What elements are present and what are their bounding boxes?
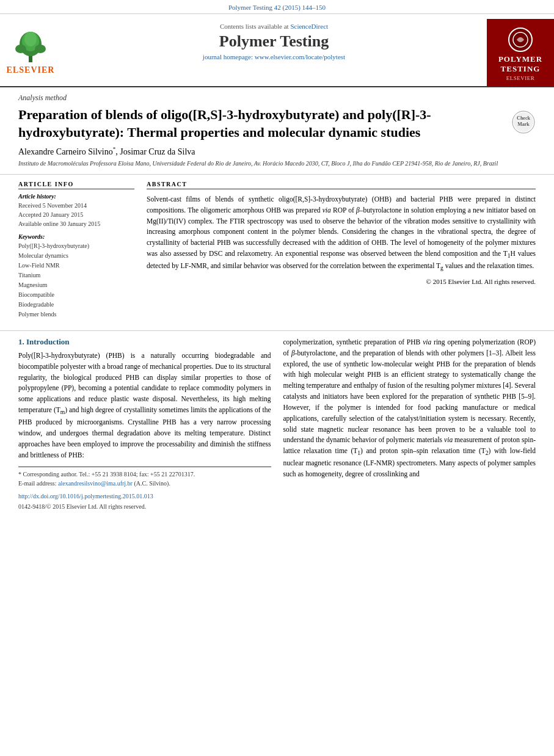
accepted-date: Accepted 20 January 2015 <box>18 210 134 219</box>
keyword-item: Molecular dynamics <box>18 251 134 261</box>
svg-text:Check: Check <box>517 115 530 121</box>
keywords-title: Keywords: <box>18 233 134 240</box>
keyword-item: Polymer blends <box>18 310 134 319</box>
doi-line: http://dx.doi.org/10.1016/j.polymertesti… <box>18 492 271 501</box>
issn-line: 0142-9418/© 2015 Elsevier Ltd. All right… <box>18 502 271 511</box>
svg-point-5 <box>35 45 46 53</box>
badge-inner-icon <box>512 31 529 48</box>
abstract-copyright: © 2015 Elsevier Ltd. All rights reserved… <box>147 278 536 285</box>
article-header-section: Analysis method Preparation of blends of… <box>0 87 554 175</box>
homepage-link[interactable]: www.elsevier.com/locate/polytest <box>255 53 345 60</box>
intro-paragraph-1: Poly([R]-3-hydroxybutyrate) (PHB) is a n… <box>18 351 271 460</box>
header-section: ELSEVIER Contents lists available at Sci… <box>0 14 554 87</box>
introduction-heading: 1. Introduction <box>18 337 271 347</box>
elsevier-wordmark: ELSEVIER <box>7 65 55 75</box>
section-number: 1. Introduction <box>18 337 70 346</box>
abstract-label: ABSTRACT <box>147 181 536 189</box>
email-link[interactable]: alexandresilsvino@ima.ufrj.br <box>58 480 133 487</box>
available-date: Available online 30 January 2015 <box>18 219 134 228</box>
email-label: E-mail address: <box>18 480 58 487</box>
article-title-area: Preparation of blends of oligo([R,S]-3-h… <box>18 106 536 141</box>
keywords-list: Poly([R]-3-hydroxybutyrate) Molecular dy… <box>18 241 134 319</box>
email-line: E-mail address: alexandresilsvino@ima.uf… <box>18 479 271 488</box>
article-title: Preparation of blends of oligo([R,S]-3-h… <box>18 106 511 141</box>
journal-badge: POLYMERTESTING ELSEVIER <box>498 24 542 81</box>
journal-homepage-line: journal homepage: www.elsevier.com/locat… <box>67 53 481 60</box>
keyword-item: Biodegradable <box>18 300 134 310</box>
badge-title-text: POLYMERTESTING <box>498 54 542 73</box>
svg-text:Mark: Mark <box>517 122 530 127</box>
article-type-label: Analysis method <box>18 93 536 103</box>
journal-reference-bar: Polymer Testing 42 (2015) 144–150 <box>0 0 554 14</box>
badge-subtitle-text: ELSEVIER <box>498 75 542 81</box>
body-right-column: copolymerization, synthetic preparation … <box>283 337 536 511</box>
email-suffix: (A.C. Silvino). <box>134 480 170 487</box>
article-history-block: Article history: Received 5 November 201… <box>18 193 134 228</box>
svg-point-3 <box>24 32 37 46</box>
journal-reference-text: Polymer Testing 42 (2015) 144–150 <box>228 4 326 11</box>
received-date: Received 5 November 2014 <box>18 201 134 210</box>
page: Polymer Testing 42 (2015) 144–150 ELSEVI… <box>0 0 554 517</box>
keyword-item: Biocompatible <box>18 290 134 300</box>
journal-header-center: Contents lists available at ScienceDirec… <box>61 19 487 86</box>
affiliation-text: Instituto de Macromoléculas Professora E… <box>18 159 536 168</box>
homepage-label: journal homepage: <box>203 53 255 60</box>
keyword-item: Titanium <box>18 271 134 280</box>
svg-point-4 <box>15 45 26 53</box>
badge-circle-icon <box>508 27 533 52</box>
contents-available-line: Contents lists available at ScienceDirec… <box>67 23 481 30</box>
elsevier-logo: ELSEVIER <box>7 31 55 75</box>
keyword-item: Low-Field NMR <box>18 261 134 271</box>
article-info-abstract-section: ARTICLE INFO Article history: Received 5… <box>0 175 554 331</box>
footnote-section: * Corresponding author. Tel.: +55 21 393… <box>18 467 271 511</box>
journal-badge-area: POLYMERTESTING ELSEVIER <box>487 19 554 86</box>
authors-line: Alexandre Carneiro Silvino*, Josimar Cru… <box>18 146 536 157</box>
body-left-column: 1. Introduction Poly([R]-3-hydroxybutyra… <box>18 337 271 511</box>
abstract-text: Solvent-cast films of blends of syntheti… <box>147 194 536 273</box>
intro-paragraph-right: copolymerization, synthetic preparation … <box>283 337 536 480</box>
crossmark-icon: Check Mark <box>511 110 536 134</box>
abstract-panel: ABSTRACT Solvent-cast films of blends of… <box>147 181 536 324</box>
elsevier-tree-icon <box>12 31 49 64</box>
journal-title: Polymer Testing <box>67 32 481 51</box>
body-content-section: 1. Introduction Poly([R]-3-hydroxybutyra… <box>0 331 554 517</box>
sciencedirect-link[interactable]: ScienceDirect <box>290 23 328 30</box>
keyword-item: Poly([R]-3-hydroxybutyrate) <box>18 241 134 251</box>
keyword-item: Magnesium <box>18 280 134 290</box>
contents-text: Contents lists available at <box>220 23 290 30</box>
corresponding-author-note: * Corresponding author. Tel.: +55 21 393… <box>18 470 271 479</box>
authors-text: Alexandre Carneiro Silvino*, Josimar Cru… <box>18 147 195 156</box>
publisher-logo-area: ELSEVIER <box>0 19 61 86</box>
article-info-label: ARTICLE INFO <box>18 181 134 189</box>
keywords-block: Keywords: Poly([R]-3-hydroxybutyrate) Mo… <box>18 233 134 319</box>
doi-link[interactable]: http://dx.doi.org/10.1016/j.polymertesti… <box>18 493 153 500</box>
article-info-panel: ARTICLE INFO Article history: Received 5… <box>18 181 134 324</box>
article-history-title: Article history: <box>18 193 134 200</box>
